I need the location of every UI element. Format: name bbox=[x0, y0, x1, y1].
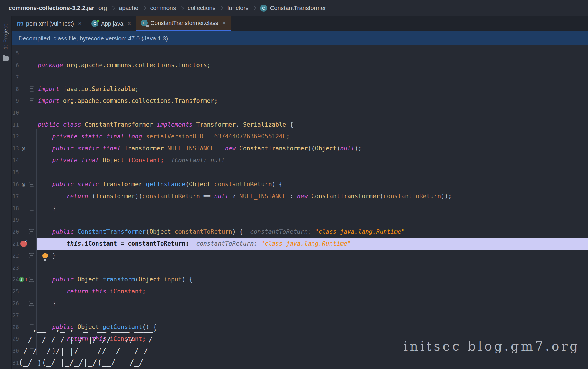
fold-column[interactable] bbox=[28, 238, 36, 250]
fold-marker-icon[interactable] bbox=[29, 229, 34, 234]
breadcrumb-item-apache[interactable]: apache bbox=[119, 5, 138, 11]
fold-column[interactable] bbox=[28, 47, 36, 59]
gutter-slot[interactable]: @ bbox=[19, 145, 28, 152]
tab-close-icon[interactable]: × bbox=[222, 20, 226, 26]
intention-bulb-icon[interactable] bbox=[42, 253, 48, 258]
fold-column[interactable] bbox=[28, 83, 36, 95]
tab-label: ConstantTransformer.class bbox=[151, 20, 218, 26]
code-line-8: 8import java.io.Serializable; bbox=[12, 83, 588, 95]
line-number[interactable]: 7 bbox=[12, 74, 19, 80]
fold-column[interactable] bbox=[28, 273, 36, 285]
fold-column[interactable] bbox=[28, 130, 36, 142]
line-number[interactable]: 19 bbox=[12, 216, 19, 223]
line-number[interactable]: 17 bbox=[12, 193, 19, 200]
gutter-slot[interactable]: @ bbox=[19, 181, 28, 187]
folder-icon bbox=[3, 56, 9, 61]
line-number[interactable]: 23 bbox=[12, 264, 19, 271]
line-number[interactable]: 24 bbox=[12, 276, 19, 283]
token-kw: return this bbox=[67, 288, 106, 295]
fold-marker-icon[interactable] bbox=[29, 86, 34, 91]
fold-column[interactable] bbox=[28, 297, 36, 309]
fold-column[interactable] bbox=[28, 142, 36, 154]
line-number[interactable]: 25 bbox=[12, 288, 19, 295]
fold-column[interactable] bbox=[28, 285, 36, 297]
fold-column[interactable] bbox=[28, 59, 36, 71]
implementing-method-icon[interactable]: I bbox=[19, 277, 24, 282]
fold-marker-icon[interactable] bbox=[29, 206, 34, 210]
breakpoint-icon[interactable] bbox=[20, 241, 27, 247]
fold-column[interactable] bbox=[28, 190, 36, 202]
fold-marker-icon[interactable] bbox=[29, 253, 34, 258]
line-number[interactable]: 9 bbox=[12, 98, 19, 104]
java-class-locked-icon: C bbox=[141, 20, 148, 26]
token-pln bbox=[38, 133, 52, 140]
code-line-26: 26 } bbox=[12, 297, 588, 309]
line-number[interactable]: 20 bbox=[12, 228, 19, 235]
fold-marker-icon[interactable] bbox=[29, 277, 34, 282]
token-kw: public static final bbox=[52, 145, 124, 152]
breadcrumb-class[interactable]: C ConstantTransformer bbox=[260, 5, 326, 12]
breadcrumb-item-collections[interactable]: collections bbox=[188, 5, 215, 11]
fold-column[interactable] bbox=[28, 166, 36, 178]
line-number[interactable]: 14 bbox=[12, 157, 19, 164]
decompiled-banner-text: Decompiled .class file, bytecode version… bbox=[18, 35, 168, 42]
fold-connector-line bbox=[32, 166, 32, 178]
line-number[interactable]: 10 bbox=[12, 109, 19, 116]
fold-column[interactable] bbox=[28, 71, 36, 83]
line-number[interactable]: 27 bbox=[12, 312, 19, 319]
line-number[interactable]: 26 bbox=[12, 300, 19, 307]
gutter-slot[interactable]: I↑ bbox=[19, 276, 28, 282]
line-number[interactable]: 11 bbox=[12, 121, 19, 128]
line-number[interactable]: 6 bbox=[12, 62, 19, 69]
line-number[interactable]: 12 bbox=[12, 133, 19, 140]
gutter-slot[interactable] bbox=[19, 241, 28, 247]
breadcrumb-item-commons[interactable]: commons bbox=[150, 5, 176, 11]
maven-icon: m bbox=[17, 20, 23, 28]
line-number[interactable]: 13 bbox=[12, 145, 19, 152]
line-number[interactable]: 5 bbox=[12, 50, 19, 57]
code-text bbox=[36, 71, 588, 83]
fold-column[interactable] bbox=[28, 309, 36, 321]
ide-window: commons-collections-3.2.2.jar orgapachec… bbox=[0, 0, 588, 369]
fold-marker-icon[interactable] bbox=[29, 301, 34, 306]
tab-pom-xml-vulntest-[interactable]: mpom.xml (vulnTest)× bbox=[12, 16, 87, 31]
line-number[interactable]: 15 bbox=[12, 169, 19, 176]
line-number[interactable]: 16 bbox=[12, 181, 19, 188]
fold-column[interactable] bbox=[28, 226, 36, 238]
fold-column[interactable] bbox=[28, 250, 36, 262]
token-pun: ) { bbox=[232, 228, 243, 235]
line-number[interactable]: 8 bbox=[12, 86, 19, 92]
token-pln bbox=[38, 252, 42, 259]
fold-column[interactable] bbox=[28, 107, 36, 119]
token-kw: import bbox=[38, 86, 63, 92]
breadcrumb-root[interactable]: commons-collections-3.2.2.jar bbox=[9, 5, 94, 11]
token-dbg: constantToReturn: bbox=[243, 228, 315, 235]
token-pln bbox=[38, 157, 52, 164]
token-pun: } bbox=[52, 300, 56, 307]
fold-column[interactable] bbox=[28, 178, 36, 190]
code-text: public static final Transformer NULL_INS… bbox=[36, 142, 588, 154]
token-cls: ConstantTransformer bbox=[85, 121, 157, 128]
tab-close-icon[interactable]: × bbox=[78, 20, 82, 27]
project-tool-button[interactable]: 1: Project bbox=[3, 24, 9, 49]
token-pln bbox=[38, 145, 52, 152]
code-text bbox=[36, 262, 588, 273]
line-number[interactable]: 22 bbox=[12, 252, 19, 259]
token-pun: ) bbox=[336, 145, 340, 152]
code-editor[interactable]: 56package org.apache.commons.collections… bbox=[12, 45, 588, 369]
fold-marker-icon[interactable] bbox=[29, 182, 34, 186]
fold-column[interactable] bbox=[28, 214, 36, 226]
fold-column[interactable] bbox=[28, 154, 36, 166]
fold-column[interactable] bbox=[28, 202, 36, 214]
fold-column[interactable] bbox=[28, 262, 36, 273]
breadcrumb-item-functors[interactable]: functors bbox=[227, 5, 248, 11]
tab-close-icon[interactable]: × bbox=[127, 20, 131, 27]
fold-column[interactable] bbox=[28, 119, 36, 130]
fold-column[interactable] bbox=[28, 95, 36, 107]
breadcrumb-item-org[interactable]: org bbox=[98, 5, 107, 11]
tab-app-java[interactable]: CApp.java× bbox=[87, 16, 136, 31]
line-number[interactable]: 18 bbox=[12, 205, 19, 212]
line-number[interactable]: 21 bbox=[12, 240, 19, 247]
tab-constanttransformer-class[interactable]: CConstantTransformer.class× bbox=[136, 16, 231, 31]
fold-marker-icon[interactable] bbox=[29, 98, 34, 103]
